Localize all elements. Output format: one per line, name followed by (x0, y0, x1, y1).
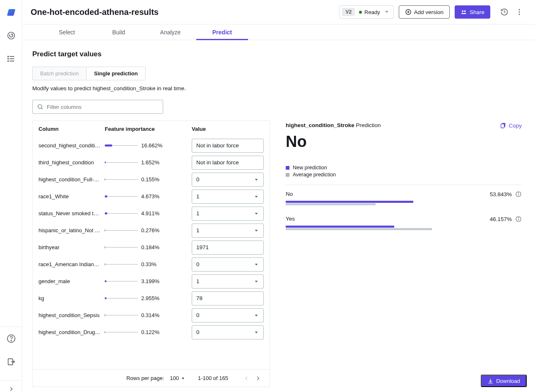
table-row: hispanic_or_latino_Not Hi...0.276%1 (33, 222, 270, 239)
prev-page-button[interactable] (241, 375, 252, 381)
value-input[interactable]: 0 (192, 173, 264, 187)
svg-point-4 (7, 56, 8, 57)
svg-marker-24 (255, 264, 258, 265)
list-icon[interactable] (6, 54, 16, 64)
info-icon[interactable] (515, 191, 522, 197)
table-row: status_Never smoked tob...4.911%1 (33, 205, 270, 222)
more-vert-icon[interactable] (512, 8, 527, 16)
next-page-button[interactable] (252, 375, 264, 381)
svg-line-19 (41, 108, 43, 109)
download-icon (487, 378, 494, 384)
legend-avg-swatch (286, 173, 289, 177)
feature-importance: 2.955% (105, 295, 192, 301)
column-name: second_highest_condition (39, 142, 105, 149)
copy-icon (500, 122, 506, 129)
feature-importance: 1.652% (105, 159, 192, 166)
value-input[interactable]: Not in labor force (192, 156, 264, 170)
table-row: third_highest_condition1.652%Not in labo… (33, 154, 270, 171)
prediction-title: highest_condition_Stroke Prediction (286, 122, 381, 128)
value-input[interactable]: 1971 (192, 240, 264, 255)
history-icon[interactable] (497, 8, 512, 16)
th-column: Column (39, 126, 105, 132)
svg-point-17 (519, 14, 520, 15)
search-icon (37, 103, 43, 110)
table-row: race1_White4.673%1 (33, 188, 270, 205)
table-row: highest_condition_Full-ti...0.155%0 (33, 171, 270, 188)
hint-text: Modify values to predict highest_conditi… (32, 85, 528, 91)
legend: New prediction Average prediction (286, 165, 522, 179)
logout-icon[interactable] (6, 357, 16, 367)
table-row: highest_condition_Drug o...0.122%0 (33, 324, 270, 341)
features-table: Column Feature importance Value second_h… (32, 120, 270, 387)
svg-point-15 (519, 9, 520, 10)
svg-point-6 (7, 61, 8, 62)
version-status-pill[interactable]: V2 Ready (339, 5, 393, 19)
main-tabs: Select Build Analyze Predict (22, 24, 535, 40)
copy-button[interactable]: Copy (500, 122, 522, 129)
svg-marker-25 (255, 281, 258, 282)
column-name: status_Never smoked tob... (39, 210, 105, 216)
svg-point-13 (462, 10, 463, 12)
subtab-single[interactable]: Single prediction (86, 67, 145, 80)
download-button[interactable]: Download (481, 375, 527, 387)
share-label: Share (470, 9, 484, 15)
left-rail (0, 0, 22, 392)
table-footer: Rows per page: 100 1-100 of 165 (33, 369, 270, 387)
rpp-select[interactable]: 100 (170, 375, 186, 381)
add-version-label: Add version (414, 9, 443, 15)
value-input[interactable]: 1 (192, 224, 264, 238)
value-input[interactable]: Not in labor force (192, 139, 264, 153)
version-badge: V2 (342, 8, 355, 16)
feature-importance: 4.673% (105, 193, 192, 200)
tab-build[interactable]: Build (93, 24, 145, 40)
value-input[interactable]: 0 (192, 308, 264, 322)
search-input[interactable] (47, 104, 159, 110)
tab-select[interactable]: Select (41, 24, 93, 40)
page-title: One-hot-encoded-athena-results (31, 7, 339, 17)
svg-point-33 (518, 192, 518, 193)
svg-marker-27 (255, 332, 258, 333)
feature-importance: 0.314% (105, 312, 192, 318)
value-input[interactable]: 1 (192, 274, 264, 289)
probability-row: No53.843% (286, 191, 522, 206)
tab-analyze[interactable]: Analyze (145, 24, 196, 40)
column-name: race1_White (39, 193, 105, 200)
table-row: highest_condition_Sepsis0.314%0 (33, 307, 270, 324)
feature-importance: 16.662% (105, 142, 192, 149)
value-input[interactable]: 1 (192, 190, 264, 204)
value-input[interactable]: 1 (192, 207, 264, 221)
status-dot (359, 11, 362, 14)
section-title: Predict target values (32, 50, 528, 58)
svg-marker-23 (255, 230, 258, 231)
expand-rail-button[interactable] (0, 380, 22, 392)
prediction-subtabs: Batch prediction Single prediction (32, 67, 528, 80)
svg-point-36 (518, 217, 518, 218)
rpp-label: Rows per page: (126, 375, 164, 381)
value-input[interactable]: 78 (192, 291, 264, 305)
value-input[interactable]: 0 (192, 325, 264, 339)
column-name: highest_condition_Drug o... (39, 329, 105, 335)
table-row: gender_male3.199%1 (33, 273, 270, 290)
value-input[interactable]: 0 (192, 257, 264, 272)
table-row: kg2.955%78 (33, 290, 270, 307)
column-name: gender_male (39, 278, 105, 284)
svg-marker-20 (255, 179, 258, 180)
refresh-circle-icon[interactable] (6, 31, 16, 41)
legend-new-swatch (286, 166, 289, 170)
prediction-panel: highest_condition_Stroke Prediction Copy… (277, 120, 528, 387)
tab-predict[interactable]: Predict (196, 24, 248, 40)
filter-columns-input[interactable] (32, 100, 163, 114)
info-icon[interactable] (515, 216, 522, 222)
subtab-batch[interactable]: Batch prediction (32, 67, 86, 80)
status-text: Ready (364, 9, 380, 15)
column-name: hispanic_or_latino_Not Hi... (39, 227, 105, 233)
help-icon[interactable] (6, 334, 16, 344)
svg-point-0 (7, 32, 14, 39)
header: One-hot-encoded-athena-results V2 Ready … (22, 0, 535, 24)
th-feature-importance: Feature importance (105, 126, 192, 132)
add-version-button[interactable]: Add version (399, 5, 450, 19)
column-name: kg (39, 295, 105, 301)
table-row: second_highest_condition16.662%Not in la… (33, 137, 270, 154)
share-button[interactable]: Share (455, 5, 490, 19)
logo-icon[interactable] (6, 7, 16, 17)
